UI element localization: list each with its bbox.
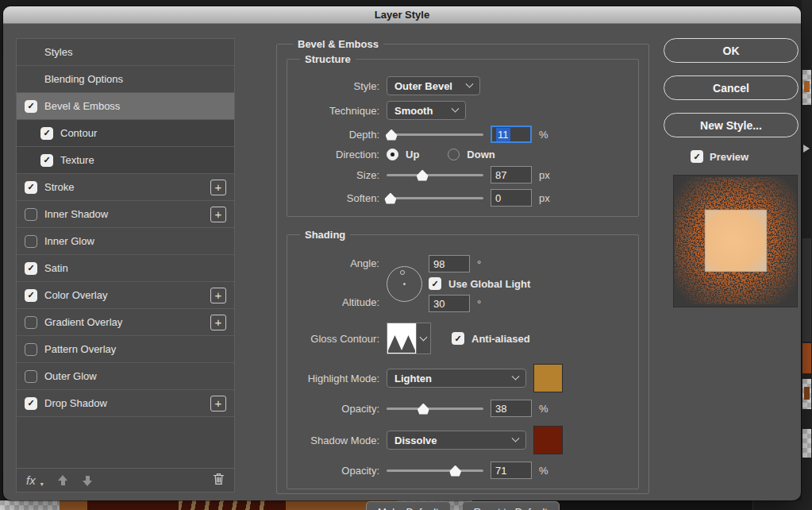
check-icon: ✓: [27, 183, 34, 191]
slider-thumb[interactable]: [386, 129, 398, 141]
altitude-unit: °: [477, 298, 481, 310]
altitude-input[interactable]: 30: [429, 295, 470, 312]
soften-input[interactable]: 0: [491, 189, 532, 207]
effect-checkbox[interactable]: ✓: [25, 370, 37, 383]
shadow-color-swatch[interactable]: [533, 426, 563, 454]
soften-slider[interactable]: [387, 192, 483, 204]
angle-input[interactable]: 98: [429, 255, 470, 272]
highlight-opacity-slider[interactable]: [387, 403, 483, 415]
layer-thumbnail: [802, 379, 811, 409]
slider-thumb[interactable]: [449, 466, 461, 477]
effect-checkbox[interactable]: ✓: [25, 181, 37, 194]
effect-checkbox[interactable]: ✓: [25, 100, 37, 113]
use-global-light-checkbox[interactable]: ✓: [429, 277, 441, 290]
move-effect-down-button[interactable]: [83, 475, 93, 486]
shadow-opacity-unit: %: [539, 465, 548, 477]
angle-dial[interactable]: [387, 266, 422, 302]
sidebar-item-contour[interactable]: ✓ Contour +: [17, 120, 234, 147]
effect-checkbox[interactable]: ✓: [25, 262, 37, 275]
preview-checkbox[interactable]: ✓: [691, 150, 703, 163]
check-icon: ✓: [27, 291, 34, 299]
reset-to-default-button[interactable]: Reset to Default: [462, 501, 560, 510]
effect-checkbox[interactable]: ✓: [25, 343, 37, 356]
soften-unit: px: [539, 192, 550, 204]
sidebar-item-label: Blending Options: [44, 73, 123, 85]
sidebar-item-color-overlay[interactable]: ✓ Color Overlay +: [17, 282, 234, 309]
direction-up-radio[interactable]: [387, 149, 398, 160]
chevron-down-icon: [420, 334, 428, 342]
style-dropdown[interactable]: Outer Bevel: [387, 76, 480, 95]
effect-checkbox[interactable]: ✓: [25, 289, 37, 302]
shadow-opacity-slider[interactable]: [387, 465, 483, 477]
default-buttons-row: Make Default Reset to Default: [287, 501, 639, 510]
slider-thumb[interactable]: [418, 404, 429, 415]
sidebar-item-styles[interactable]: ✓ Styles +: [17, 39, 234, 66]
make-default-button[interactable]: Make Default: [366, 501, 451, 510]
dialog-titlebar[interactable]: Layer Style: [3, 6, 801, 24]
add-effect-button[interactable]: +: [210, 288, 226, 303]
photoshop-screen: Layer Style ✓ Styles + ✓ Blending Option…: [0, 0, 812, 510]
sidebar-item-drop-shadow[interactable]: ✓ Drop Shadow +: [17, 390, 234, 417]
sidebar-item-blending-options[interactable]: ✓ Blending Options +: [17, 66, 234, 93]
effect-checkbox[interactable]: ✓: [40, 127, 53, 140]
chevron-down-icon: [512, 434, 520, 442]
effect-checkbox[interactable]: ✓: [40, 154, 53, 167]
anti-aliased-checkbox[interactable]: ✓: [452, 332, 464, 345]
shadow-mode-value: Dissolve: [394, 435, 437, 446]
altitude-value: 30: [433, 298, 444, 310]
plus-icon: +: [215, 181, 222, 193]
effect-checkbox[interactable]: ✓: [25, 208, 37, 221]
add-effect-button[interactable]: +: [210, 207, 226, 222]
shading-title: Shading: [300, 229, 350, 241]
contour-thumbnail[interactable]: [387, 323, 417, 354]
size-input[interactable]: 87: [491, 166, 532, 184]
slider-thumb[interactable]: [417, 170, 429, 181]
angle-labels: Angle: Altitude:: [294, 255, 379, 312]
slider-thumb[interactable]: [384, 193, 396, 204]
chevron-down-icon: [512, 372, 520, 380]
sidebar-item-outer-glow[interactable]: ✓ Outer Glow +: [17, 363, 234, 390]
highlight-mode-dropdown[interactable]: Lighten: [387, 369, 526, 388]
sidebar-item-bevel-emboss[interactable]: ✓ Bevel & Emboss +: [17, 93, 234, 120]
sidebar-item-gradient-overlay[interactable]: ✓ Gradient Overlay +: [17, 309, 234, 336]
sidebar-item-satin[interactable]: ✓ Satin +: [17, 255, 234, 282]
sidebar-item-inner-glow[interactable]: ✓ Inner Glow +: [17, 228, 234, 255]
fx-menu-button[interactable]: fx: [26, 473, 36, 487]
panel-title: Bevel & Emboss: [293, 38, 383, 50]
delete-effect-button[interactable]: [213, 472, 225, 489]
effect-checkbox[interactable]: ✓: [25, 397, 37, 410]
move-effect-up-button[interactable]: [58, 475, 68, 486]
new-style-button[interactable]: New Style...: [664, 113, 799, 137]
size-slider[interactable]: [387, 169, 483, 181]
sidebar-item-stroke[interactable]: ✓ Stroke +: [17, 174, 234, 201]
sidebar-item-texture[interactable]: ✓ Texture +: [17, 147, 234, 174]
direction-down-radio[interactable]: [448, 149, 460, 160]
structure-section: Structure Style: Outer Bevel Technique: …: [287, 53, 639, 217]
depth-slider[interactable]: [387, 129, 483, 141]
plus-icon: +: [215, 289, 222, 301]
add-effect-button[interactable]: +: [210, 315, 226, 330]
shadow-mode-dropdown[interactable]: Dissolve: [387, 431, 526, 450]
ok-button[interactable]: OK: [664, 38, 799, 63]
dial-angle-marker[interactable]: [400, 270, 405, 275]
sidebar-item-label: Outer Glow: [44, 370, 97, 382]
highlight-opacity-input[interactable]: 38: [491, 400, 532, 417]
gloss-contour-picker[interactable]: [387, 323, 431, 354]
sidebar-item-pattern-overlay[interactable]: ✓ Pattern Overlay +: [17, 336, 234, 363]
sidebar-item-inner-shadow[interactable]: ✓ Inner Shadow +: [17, 201, 234, 228]
sidebar-item-label: Inner Glow: [44, 235, 94, 247]
contour-dropdown-button[interactable]: [417, 323, 431, 354]
cancel-button[interactable]: Cancel: [664, 75, 799, 100]
highlight-opacity-value: 38: [495, 403, 506, 415]
shadow-opacity-input[interactable]: 71: [491, 462, 532, 479]
add-effect-button[interactable]: +: [210, 180, 226, 195]
chevron-down-icon: [452, 104, 460, 112]
check-icon: ✓: [454, 334, 461, 344]
sidebar-item-label: Inner Shadow: [44, 208, 108, 220]
depth-input[interactable]: 11: [491, 126, 532, 143]
effect-checkbox[interactable]: ✓: [25, 316, 37, 329]
effect-checkbox[interactable]: ✓: [25, 235, 37, 248]
technique-dropdown[interactable]: Smooth: [387, 101, 466, 120]
highlight-color-swatch[interactable]: [533, 364, 563, 392]
add-effect-button[interactable]: +: [210, 396, 226, 411]
